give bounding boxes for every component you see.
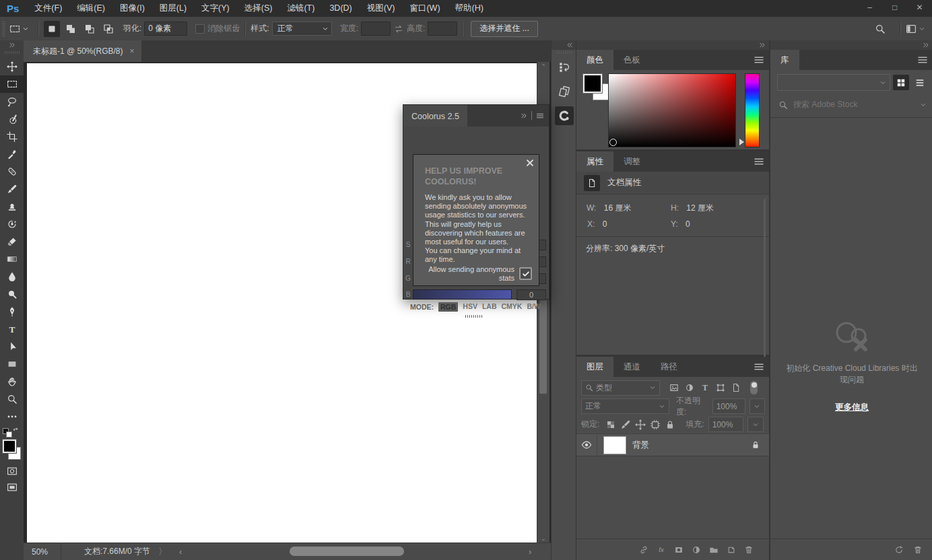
menu-filter[interactable]: 滤镜(T)	[279, 0, 322, 17]
link-layers-icon[interactable]	[639, 545, 648, 555]
export-panel-icon[interactable]	[555, 82, 574, 101]
dodge-tool[interactable]	[0, 285, 24, 303]
document-tab[interactable]: 未标题-1 @ 50%(RGB/8) ×	[24, 40, 141, 62]
mode-hsv[interactable]: HSV	[463, 302, 477, 312]
menu-select[interactable]: 选择(S)	[237, 0, 280, 17]
delete-layer-icon[interactable]	[744, 545, 754, 555]
search-icon[interactable]	[875, 24, 886, 34]
vertical-scroll-thumb[interactable]	[539, 300, 547, 394]
menu-3d[interactable]: 3D(D)	[322, 0, 359, 17]
history-panel-icon[interactable]	[555, 58, 574, 77]
pen-tool[interactable]	[0, 303, 24, 320]
coolorus-tab[interactable]: Coolorus 2.5	[403, 105, 467, 127]
new-selection-op[interactable]	[44, 21, 60, 37]
scroll-left-icon[interactable]: ‹	[179, 547, 182, 557]
menu-help[interactable]: 帮助(H)	[448, 0, 491, 17]
layer-style-icon[interactable]: fx	[657, 545, 666, 555]
status-expand-icon[interactable]: 〉	[158, 546, 167, 558]
filter-adjustment-icon[interactable]	[685, 383, 694, 392]
layer-row-background[interactable]: 背景	[576, 433, 770, 456]
filter-image-icon[interactable]	[669, 383, 679, 392]
anonymous-stats-checkbox[interactable]	[519, 267, 532, 280]
mode-lab[interactable]: LAB	[482, 302, 497, 312]
close-tab-icon[interactable]: ×	[130, 46, 135, 56]
scroll-up-icon[interactable]: ⌃	[537, 62, 550, 71]
dialog-close-icon[interactable]	[525, 158, 535, 168]
layer-mask-icon[interactable]	[674, 545, 684, 555]
collapse-column-button[interactable]	[576, 40, 770, 50]
coolorus-panel-icon[interactable]	[555, 106, 574, 125]
panel-menu-icon[interactable]	[754, 361, 764, 372]
adjustment-layer-icon[interactable]	[692, 545, 701, 555]
color-field[interactable]	[608, 73, 736, 147]
lock-position-icon[interactable]	[635, 419, 646, 430]
height-input[interactable]	[428, 22, 457, 36]
width-input[interactable]	[361, 22, 391, 36]
filter-toggle[interactable]	[750, 381, 758, 394]
tab-color[interactable]: 颜色	[576, 50, 613, 70]
hand-tool[interactable]	[0, 373, 24, 390]
expand-panels-button[interactable]	[552, 40, 576, 50]
menu-image[interactable]: 图像(I)	[112, 0, 152, 17]
select-and-mask-button[interactable]: 选择并遮住 ...	[471, 21, 537, 37]
swap-width-height-icon[interactable]	[393, 24, 404, 34]
eraser-tool[interactable]	[0, 233, 24, 250]
tab-layers[interactable]: 图层	[576, 357, 613, 377]
foreground-color-swatch[interactable]	[3, 440, 16, 453]
chevron-down-icon[interactable]	[919, 26, 925, 32]
eyedropper-tool[interactable]	[0, 145, 24, 163]
add-selection-op[interactable]	[63, 21, 79, 37]
shape-tool[interactable]	[0, 355, 24, 373]
more-info-link[interactable]: 更多信息	[835, 402, 869, 413]
menu-layer[interactable]: 图层(L)	[152, 0, 194, 17]
tab-adjustments[interactable]: 调整	[613, 151, 651, 172]
screen-mode-button[interactable]	[0, 479, 24, 495]
workspace-switcher-icon[interactable]	[906, 24, 917, 34]
lock-pixels-icon[interactable]	[620, 419, 631, 430]
gradient-tool[interactable]	[0, 250, 24, 268]
channel-value[interactable]: 0	[517, 289, 546, 300]
filter-shape-icon[interactable]	[716, 383, 725, 392]
mode-rgb[interactable]: RGB	[438, 302, 458, 312]
opacity-dropdown[interactable]	[750, 398, 765, 414]
filter-type-icon[interactable]: T	[700, 383, 710, 392]
panel-resize-grip[interactable]	[465, 315, 483, 318]
blend-mode-select[interactable]: 正常	[581, 398, 669, 414]
lasso-tool[interactable]	[0, 93, 24, 110]
stock-search-field[interactable]: 搜索 Adobe Stock	[770, 94, 932, 118]
intersect-selection-op[interactable]	[100, 21, 116, 37]
blue-channel-slider[interactable]	[413, 289, 512, 300]
mode-b-w[interactable]: B/W	[527, 302, 540, 312]
feather-input[interactable]: 0 像素	[144, 22, 187, 36]
fill-dropdown[interactable]	[747, 417, 764, 432]
scroll-right-icon[interactable]: ›	[529, 547, 531, 557]
tab-properties[interactable]: 属性	[576, 151, 613, 172]
more-tools[interactable]	[0, 408, 24, 425]
new-group-icon[interactable]	[709, 545, 719, 555]
antialias-checkbox[interactable]	[195, 24, 205, 34]
spot-healing-brush-tool[interactable]	[0, 163, 24, 180]
panel-scrollbar[interactable]	[764, 199, 766, 360]
collapse-column-button[interactable]	[770, 40, 932, 50]
layer-filter-select[interactable]: 类型	[581, 380, 660, 396]
filter-smartobject-icon[interactable]	[731, 383, 741, 392]
tool-preset-button[interactable]	[5, 24, 33, 34]
panel-menu-icon[interactable]	[754, 55, 764, 65]
quick-mask-button[interactable]	[0, 463, 24, 479]
toolbar-collapse-button[interactable]	[0, 40, 24, 50]
mode-cmyk[interactable]: CMYK	[502, 302, 523, 312]
library-select[interactable]	[777, 74, 890, 91]
new-layer-icon[interactable]	[727, 545, 736, 555]
hue-bar[interactable]	[745, 73, 760, 147]
layer-thumbnail[interactable]	[603, 436, 626, 454]
menu-file[interactable]: 文件(F)	[27, 0, 69, 17]
delete-library-item-icon[interactable]	[913, 545, 923, 555]
menu-window[interactable]: 窗口(W)	[402, 0, 447, 17]
type-tool[interactable]: T	[0, 320, 24, 338]
lock-transparency-icon[interactable]	[605, 419, 616, 430]
menu-edit[interactable]: 编辑(E)	[69, 0, 112, 17]
lock-artboard-icon[interactable]	[650, 419, 661, 430]
path-selection-tool[interactable]	[0, 338, 24, 355]
rectangular-marquee-tool[interactable]	[0, 75, 24, 93]
swap-colors-mini[interactable]	[0, 425, 24, 439]
